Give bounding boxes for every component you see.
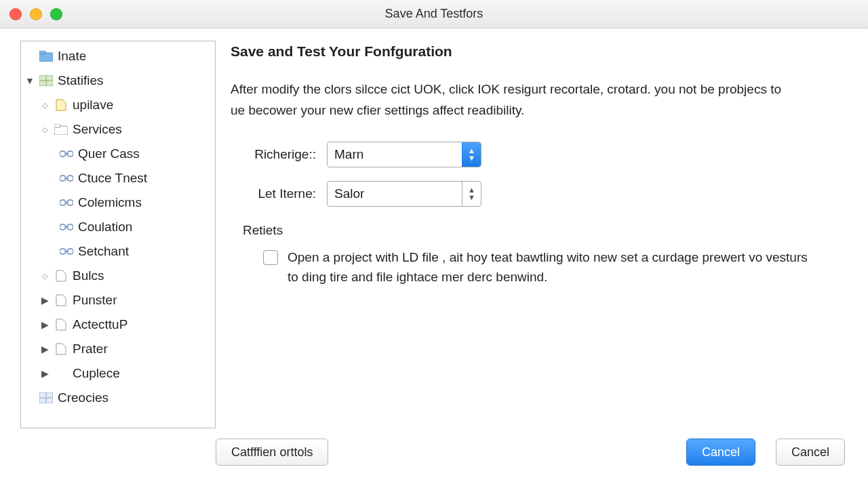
zoom-icon[interactable] [50,8,62,20]
disclosure-down-icon[interactable]: ▼ [25,75,35,86]
diamond-icon: ◇ [40,125,50,134]
file-icon [54,293,68,307]
diamond-icon: ◇ [40,101,50,110]
tree-item-inate[interactable]: Inate [21,44,215,68]
tree-label: Bulcs [73,268,104,283]
tree-label: Statifies [58,73,104,88]
disclosure-right-icon[interactable]: ▶ [40,368,50,379]
tree-item-creocies[interactable]: Creocies [21,386,215,410]
tree-item-services[interactable]: ◇ Services [21,117,215,142]
window-title: Save And Testfors [385,7,484,21]
tree-label: Inate [58,49,86,64]
minimize-icon[interactable] [30,8,42,20]
button-label: Catfffien orttols [231,445,313,460]
folder-icon [39,49,54,63]
tree-label: upilave [73,98,113,113]
field-richerige: Richerige:: Marn [231,142,853,167]
tree-label: Coulation [78,220,132,235]
richerige-value: Marn [334,147,363,162]
letiterne-value: Salor [334,186,364,201]
main-panel: Save and Test Your Fonfguration After mo… [231,41,853,428]
titlebar: Save And Testfors [0,0,868,28]
file-yellow-icon [54,98,68,112]
link-icon [59,171,74,185]
grid-icon [39,74,54,87]
tree-item-bulcs[interactable]: ◇ Bulcs [21,264,215,288]
svg-rect-1 [39,51,45,54]
retiets-checkbox-text: Open a project with LD file , ait hoy te… [288,247,814,287]
field-letiterne: Let Iterne: Salor [231,181,853,207]
close-icon[interactable] [9,8,22,20]
tree-item-punster[interactable]: ▶ Punster [21,288,215,312]
tree-label: Setchant [78,244,129,259]
cancel-secondary-button[interactable]: Cancel [776,439,845,466]
tree: Inate ▼ Statifies ◇ upilave ◇ [21,41,215,413]
tree-item-quercass[interactable]: Quer Cass [21,142,215,166]
tree-label: Ctuce Tnest [78,171,147,186]
disclosure-right-icon[interactable]: ▶ [40,319,50,330]
stepper-icon[interactable] [462,182,481,206]
file-icon [54,342,68,356]
page-description: After modify the clors silcce cict UOK, … [231,79,793,121]
tree-item-colemicms[interactable]: Colemicms [21,190,215,215]
folder-outline-icon [54,123,68,136]
tree-label: Creocies [58,390,108,405]
file-icon [54,318,68,331]
richerige-label: Richerige:: [240,147,316,162]
button-label: Cancel [702,445,740,460]
catfffien-button[interactable]: Catfffien orttols [216,439,328,466]
tree-label: ActecttuP [73,317,127,332]
letiterne-label: Let Iterne: [240,186,316,201]
tree-label: Punster [73,293,117,308]
cancel-primary-button[interactable]: Cancel [686,439,755,466]
disclosure-right-icon[interactable]: ▶ [40,295,50,306]
footer: Catfffien orttols Cancel Cancel [0,428,868,476]
tree-item-actecttup[interactable]: ▶ ActecttuP [21,312,215,337]
link-icon [59,147,74,161]
letiterne-select[interactable]: Salor [327,181,481,207]
content: Inate ▼ Statifies ◇ upilave ◇ [0,28,868,428]
page-heading: Save and Test Your Fonfguration [231,43,853,60]
grid-icon [39,391,54,405]
retiets-label: Retiets [243,223,853,238]
link-icon [59,196,74,209]
button-label: Cancel [791,445,829,460]
tree-item-cuplece[interactable]: ▶ Cuplece [21,361,215,386]
tree-item-setchant[interactable]: Setchant [21,239,215,264]
tree-label: Cuplece [73,366,120,381]
retiets-checkbox-row: Open a project with LD file , ait hoy te… [231,247,814,287]
svg-rect-6 [54,124,60,127]
window-controls [9,8,62,20]
tree-item-upilave[interactable]: ◇ upilave [21,93,215,117]
stepper-icon[interactable] [462,142,481,167]
tree-item-statifies[interactable]: ▼ Statifies [21,68,215,93]
tree-label: Quer Cass [78,146,140,161]
link-icon [59,245,74,258]
retiets-checkbox[interactable] [263,250,278,265]
sidebar: Inate ▼ Statifies ◇ upilave ◇ [20,41,216,428]
file-icon [54,269,68,283]
tree-label: Colemicms [78,195,142,210]
tree-item-prater[interactable]: ▶ Prater [21,337,215,361]
disclosure-right-icon[interactable]: ▶ [40,344,50,354]
tree-label: Prater [73,342,108,357]
link-icon [59,220,74,234]
tree-item-coulation[interactable]: Coulation [21,215,215,239]
tree-label: Services [73,122,122,137]
richerige-select[interactable]: Marn [327,142,481,167]
diamond-icon: ◇ [40,272,50,281]
tree-item-ctucetnest[interactable]: Ctuce Tnest [21,166,215,190]
blank-icon [54,367,68,380]
